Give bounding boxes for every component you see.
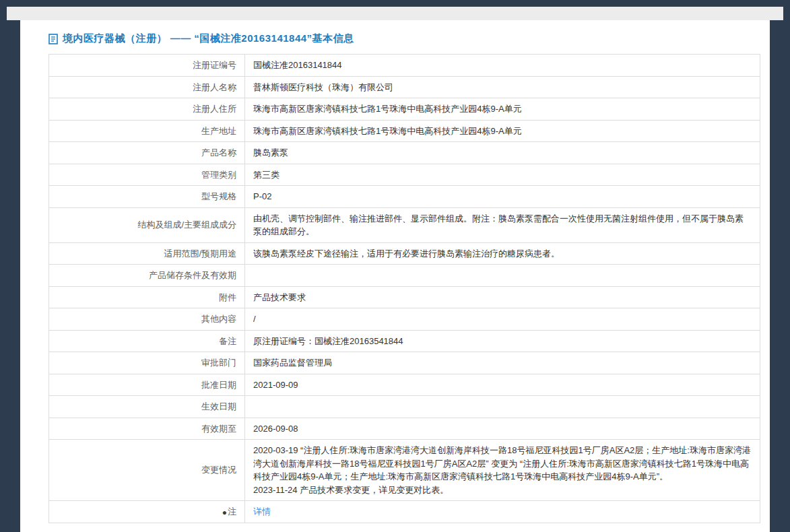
row-value: 普林斯顿医疗科技（珠海）有限公司 xyxy=(245,76,760,98)
row-label: 管理类别 xyxy=(49,164,245,186)
row-value xyxy=(245,396,760,418)
table-row: 备注原注册证编号：国械注准20163541844 xyxy=(49,330,760,352)
row-label: ●注 xyxy=(49,501,245,523)
row-value: 珠海市高新区唐家湾镇科技七路1号珠海中电高科技产业园4栋9-A单元 xyxy=(245,120,760,142)
row-label: 变更情况 xyxy=(49,440,245,501)
table-row: 管理类别第三类 xyxy=(49,164,760,186)
info-table-body: 注册证编号国械注准20163141844注册人名称普林斯顿医疗科技（珠海）有限公… xyxy=(49,55,760,523)
table-row: 产品名称胰岛素泵 xyxy=(49,142,760,164)
row-value: 国械注准20163141844 xyxy=(245,55,760,77)
page-title: 境内医疗器械（注册） —— “国械注准20163141844”基本信息 xyxy=(48,32,760,45)
row-label: 注册人住所 xyxy=(49,98,245,121)
row-value: 原注册证编号：国械注准20163541844 xyxy=(245,330,760,352)
row-label: 有效期至 xyxy=(49,418,245,440)
table-row: 变更情况2020-03-19 “注册人住所:珠海市唐家湾港湾大道创新海岸科技一路… xyxy=(49,440,760,501)
row-value: P-02 xyxy=(245,186,760,208)
row-label: 适用范围/预期用途 xyxy=(49,242,245,265)
row-value: 2021-09-09 xyxy=(245,374,760,396)
row-label: 批准日期 xyxy=(49,374,245,396)
table-row: 型号规格P-02 xyxy=(49,186,760,208)
row-label: 审批部门 xyxy=(49,352,245,374)
row-label: 注册人名称 xyxy=(49,76,245,98)
row-value: 珠海市高新区唐家湾镇科技七路1号珠海中电高科技产业园4栋9-A单元 xyxy=(245,98,760,121)
table-row: 附件产品技术要求 xyxy=(49,286,760,308)
table-row: 注册人住所珠海市高新区唐家湾镇科技七路1号珠海中电高科技产业园4栋9-A单元 xyxy=(49,98,760,121)
row-value xyxy=(245,265,760,287)
row-label: 结构及组成/主要组成成分 xyxy=(49,207,245,242)
table-row: 批准日期2021-09-09 xyxy=(49,374,760,396)
table-row: 审批部门国家药品监督管理局 xyxy=(49,352,760,374)
top-strip xyxy=(7,7,783,20)
table-row: 生产地址珠海市高新区唐家湾镇科技七路1号珠海中电高科技产业园4栋9-A单元 xyxy=(49,120,760,142)
row-value: 2026-09-08 xyxy=(245,418,760,440)
note-icon: ● xyxy=(222,506,227,519)
row-label: 生效日期 xyxy=(49,396,245,418)
info-table: 注册证编号国械注准20163141844注册人名称普林斯顿医疗科技（珠海）有限公… xyxy=(48,54,760,523)
row-value: 详情 xyxy=(245,501,760,523)
row-label: 生产地址 xyxy=(49,120,245,142)
table-row: 结构及组成/主要组成成分由机壳、调节控制部件、输注推进部件、显示部件组成。附注：… xyxy=(49,207,760,242)
table-row: 生效日期 xyxy=(49,396,760,418)
row-label: 产品储存条件及有效期 xyxy=(49,265,245,287)
row-value: 2020-03-19 “注册人住所:珠海市唐家湾港湾大道创新海岸科技一路18号福… xyxy=(245,440,760,501)
row-value: 由机壳、调节控制部件、输注推进部件、显示部件组成。附注：胰岛素泵需配合一次性使用… xyxy=(245,207,760,242)
content-card: 境内医疗器械（注册） —— “国械注准20163141844”基本信息 注册证编… xyxy=(20,20,770,532)
table-row: 有效期至2026-09-08 xyxy=(49,418,760,440)
table-row: 适用范围/预期用途该胰岛素泵经皮下途径输注，适用于有必要进行胰岛素输注治疗的糖尿… xyxy=(49,242,760,265)
table-row: 注册证编号国械注准20163141844 xyxy=(49,55,760,77)
detail-link[interactable]: 详情 xyxy=(253,506,271,517)
row-value: 产品技术要求 xyxy=(245,286,760,308)
row-label: 注册证编号 xyxy=(49,55,245,77)
row-label: 产品名称 xyxy=(49,142,245,164)
row-value: 国家药品监督管理局 xyxy=(245,352,760,374)
document-icon xyxy=(48,34,58,44)
row-value: 该胰岛素泵经皮下途径输注，适用于有必要进行胰岛素输注治疗的糖尿病患者。 xyxy=(245,242,760,265)
row-label: 型号规格 xyxy=(49,186,245,208)
table-row: ●注详情 xyxy=(49,501,760,523)
row-label: 备注 xyxy=(49,330,245,352)
page: { "header": { "title": "境内医疗器械（注册） —— “国… xyxy=(0,0,790,532)
row-label: 其他内容 xyxy=(49,308,245,331)
table-row: 其他内容/ xyxy=(49,308,760,331)
row-value: 第三类 xyxy=(245,164,760,186)
table-row: 产品储存条件及有效期 xyxy=(49,265,760,287)
row-label: 附件 xyxy=(49,286,245,308)
page-title-text: 境内医疗器械（注册） —— “国械注准20163141844”基本信息 xyxy=(63,32,354,45)
table-row: 注册人名称普林斯顿医疗科技（珠海）有限公司 xyxy=(49,76,760,98)
row-value: / xyxy=(245,308,760,331)
row-value: 胰岛素泵 xyxy=(245,142,760,164)
